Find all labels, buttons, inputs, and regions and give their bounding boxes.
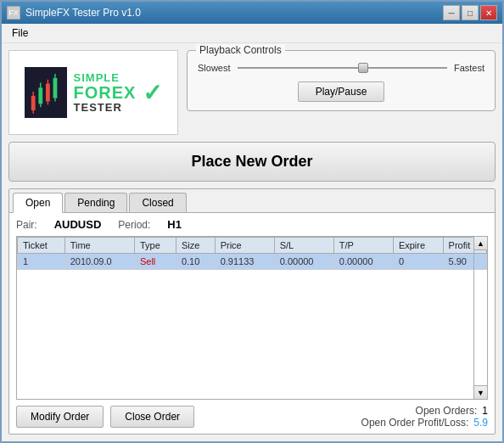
table-cell: Sell	[134, 254, 176, 270]
col-sl: S/L	[274, 238, 333, 254]
app-icon: FX	[7, 6, 20, 20]
period-label: Period:	[118, 219, 150, 231]
logo-checkmark: ✓	[143, 79, 162, 107]
fastest-label: Fastest	[454, 63, 484, 73]
title-bar: FX SimpleFX Tester Pro v1.0 ─ □ ✕	[2, 2, 502, 24]
table-cell: 0.00000	[333, 254, 393, 270]
tab-panel: Open Pending Closed Pair: AUDUSD Period:…	[8, 188, 496, 435]
pair-label: Pair:	[16, 219, 37, 231]
slowest-label: Slowest	[198, 63, 231, 73]
profit-loss-value: 5.9	[473, 417, 488, 429]
play-pause-button[interactable]: Play/Pause	[298, 81, 385, 102]
minimize-button[interactable]: ─	[443, 5, 460, 20]
logo-tester-text: TESTER	[74, 101, 137, 114]
tab-open[interactable]: Open	[13, 193, 63, 213]
place-new-order-button[interactable]: Place New Order	[8, 142, 496, 182]
logo-forex-text: FOREX	[74, 84, 137, 101]
table-cell: 1	[18, 254, 65, 270]
col-price: Price	[215, 238, 274, 254]
logo-box: SIMPLE FOREX TESTER ✓	[8, 50, 178, 135]
col-tp: T/P	[333, 238, 393, 254]
col-ticket: Ticket	[18, 238, 65, 254]
table-cell: 0	[393, 254, 443, 270]
svg-rect-3	[38, 87, 42, 104]
menu-bar: File	[2, 24, 502, 43]
main-window: FX SimpleFX Tester Pro v1.0 ─ □ ✕ File	[0, 0, 504, 443]
open-orders-value: 1	[482, 405, 488, 417]
svg-rect-9	[53, 78, 57, 98]
table-row[interactable]: 12010.09.0Sell0.100.911330.000000.000000…	[18, 254, 487, 270]
window-title: SimpleFX Tester Pro v1.0	[25, 7, 141, 19]
open-orders-label: Open Orders:	[416, 405, 478, 417]
logo-chart	[25, 67, 67, 118]
orders-table-container: Ticket Time Type Size Price S/L T/P Expi…	[16, 236, 488, 400]
scroll-buttons: ▲ ▼	[473, 237, 487, 399]
col-time: Time	[64, 238, 134, 254]
period-value: H1	[167, 218, 182, 231]
scroll-down-button[interactable]: ▼	[474, 385, 487, 399]
tab-header: Open Pending Closed	[9, 189, 495, 213]
logo-simple-text: SIMPLE	[74, 71, 137, 84]
stats-section: Open Orders: 1 Open Order Profit/Loss: 5…	[361, 405, 488, 429]
col-size: Size	[176, 238, 215, 254]
col-expire: Expire	[393, 238, 443, 254]
tab-pending[interactable]: Pending	[64, 193, 127, 212]
speed-row: Slowest Fastest	[198, 61, 484, 75]
speed-track	[238, 67, 447, 69]
pair-value: AUDUSD	[54, 218, 102, 231]
playback-controls-group: Playback Controls Slowest Fastest Play/P…	[187, 50, 496, 111]
top-section: SIMPLE FOREX TESTER ✓ Playback Controls …	[8, 50, 496, 135]
file-menu[interactable]: File	[7, 25, 33, 41]
svg-rect-0	[31, 96, 35, 110]
speed-thumb[interactable]	[358, 63, 368, 73]
pair-period-row: Pair: AUDUSD Period: H1	[16, 218, 488, 231]
col-type: Type	[134, 238, 176, 254]
window-controls: ─ □ ✕	[443, 5, 497, 20]
table-cell: 0.10	[176, 254, 215, 270]
close-order-button[interactable]: Close Order	[110, 406, 194, 428]
close-button[interactable]: ✕	[480, 5, 497, 20]
bottom-row: Modify Order Close Order Open Orders: 1 …	[16, 405, 488, 429]
speed-slider-container	[238, 61, 447, 75]
table-cell: 0.91133	[215, 254, 274, 270]
scroll-up-button[interactable]: ▲	[474, 237, 487, 250]
main-content: SIMPLE FOREX TESTER ✓ Playback Controls …	[2, 43, 502, 441]
table-cell: 2010.09.0	[64, 254, 134, 270]
modify-order-button[interactable]: Modify Order	[16, 406, 104, 428]
maximize-button[interactable]: □	[462, 5, 479, 20]
svg-rect-6	[46, 84, 50, 102]
table-cell: 0.00000	[274, 254, 333, 270]
tab-content-open: Pair: AUDUSD Period: H1 Ticket Time Type	[9, 213, 495, 434]
orders-table: Ticket Time Type Size Price S/L T/P Expi…	[17, 237, 487, 270]
playback-legend: Playback Controls	[196, 44, 285, 56]
tab-closed[interactable]: Closed	[129, 193, 186, 212]
profit-loss-label: Open Order Profit/Loss:	[361, 417, 469, 429]
